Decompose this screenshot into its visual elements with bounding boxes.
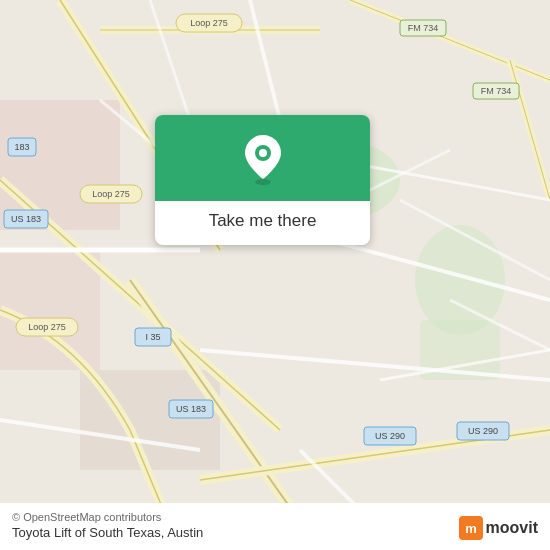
svg-text:US 290: US 290 bbox=[468, 426, 498, 436]
location-pin-icon bbox=[241, 133, 285, 185]
svg-text:m: m bbox=[465, 521, 477, 536]
svg-text:US 290: US 290 bbox=[375, 431, 405, 441]
moovit-icon: m bbox=[459, 516, 483, 540]
moovit-logo: m moovit bbox=[459, 516, 538, 540]
svg-text:I 35: I 35 bbox=[145, 332, 160, 342]
svg-rect-5 bbox=[0, 250, 100, 370]
location-label: Toyota Lift of South Texas, Austin bbox=[12, 525, 203, 540]
tooltip-header bbox=[155, 115, 370, 201]
svg-text:US 183: US 183 bbox=[176, 404, 206, 414]
map-background: Loop 275 FM 734 FM 734 183 Loop 275 US 1… bbox=[0, 0, 550, 550]
svg-point-2 bbox=[415, 225, 505, 335]
bottom-bar: © OpenStreetMap contributors Toyota Lift… bbox=[0, 503, 550, 550]
moovit-text: moovit bbox=[486, 519, 538, 537]
svg-point-56 bbox=[255, 179, 271, 185]
svg-text:Loop 275: Loop 275 bbox=[92, 189, 130, 199]
svg-text:Loop 275: Loop 275 bbox=[190, 18, 228, 28]
svg-point-58 bbox=[259, 149, 267, 157]
take-me-there-button[interactable]: Take me there bbox=[193, 201, 333, 245]
svg-text:Loop 275: Loop 275 bbox=[28, 322, 66, 332]
svg-text:FM 734: FM 734 bbox=[408, 23, 439, 33]
svg-text:FM 734: FM 734 bbox=[481, 86, 512, 96]
map-container: Loop 275 FM 734 FM 734 183 Loop 275 US 1… bbox=[0, 0, 550, 550]
svg-text:US 183: US 183 bbox=[11, 214, 41, 224]
tooltip-card[interactable]: Take me there bbox=[155, 115, 370, 245]
svg-text:183: 183 bbox=[14, 142, 29, 152]
